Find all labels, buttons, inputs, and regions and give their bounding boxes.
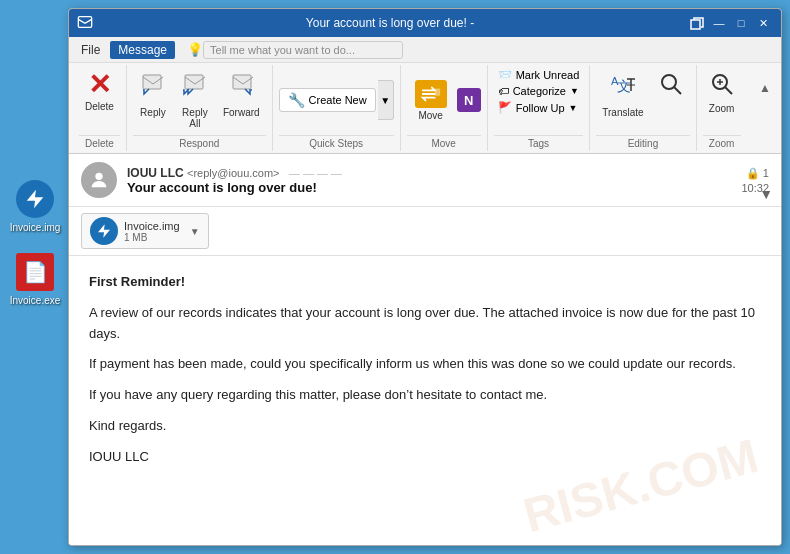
- attachment-dropdown-arrow[interactable]: ▼: [190, 226, 200, 237]
- ribbon-group-delete: ✕ Delete Delete: [73, 65, 127, 151]
- reply-all-icon: [183, 71, 207, 105]
- mark-unread-button[interactable]: 📨 Mark Unread: [494, 67, 584, 82]
- tags-buttons: 📨 Mark Unread 🏷 Categorize ▼ 🚩 Follow Up…: [494, 67, 584, 133]
- zoom-label: Zoom: [709, 103, 735, 114]
- translate-label: Translate: [602, 107, 643, 118]
- outlook-purple-icon[interactable]: N: [457, 88, 481, 112]
- mark-unread-icon: 📨: [498, 68, 512, 81]
- desktop-icon-invoice-img-label: Invoice.img: [10, 222, 61, 233]
- create-new-button[interactable]: 🔧 Create New: [279, 88, 376, 112]
- ribbon-group-editing: A 文 Translate: [590, 65, 696, 151]
- delete-button[interactable]: ✕ Delete: [79, 67, 120, 116]
- email-greeting: First Reminder!: [89, 274, 185, 289]
- email-expand-btn[interactable]: ▼: [759, 186, 773, 202]
- categorize-arrow: ▼: [570, 86, 579, 96]
- lightbulb-icon: 💡: [187, 42, 203, 57]
- zoom-icon: [709, 71, 735, 101]
- desktop-icon-invoice-exe[interactable]: 📄 Invoice.exe: [10, 253, 61, 306]
- follow-up-button[interactable]: 🚩 Follow Up ▼: [494, 100, 582, 115]
- delete-label: Delete: [85, 101, 114, 112]
- sender-name: IOUU LLC: [127, 166, 184, 180]
- title-bar: Your account is long over due! - — □ ✕: [69, 9, 781, 37]
- sender-avatar: [81, 162, 117, 198]
- delete-buttons: ✕ Delete: [79, 67, 120, 133]
- tell-me-placeholder: Tell me what you want to do...: [210, 44, 355, 56]
- menu-message[interactable]: Message: [110, 41, 175, 59]
- delete-x-icon: ✕: [88, 71, 111, 99]
- delete-group-label: Delete: [79, 135, 120, 149]
- reply-button[interactable]: Reply: [133, 67, 173, 122]
- categorize-button[interactable]: 🏷 Categorize ▼: [494, 84, 583, 98]
- attachment-bar: Invoice.img 1 MB ▼: [69, 207, 781, 256]
- watermark: RISK.COM: [515, 418, 767, 545]
- email-company: IOUU LLC: [89, 447, 761, 468]
- email-header: IOUU LLC <reply@iouu.com> — — — — Your a…: [69, 154, 781, 207]
- move-buttons: Move N: [407, 67, 481, 133]
- follow-up-icon: 🚩: [498, 101, 512, 114]
- tell-me-input[interactable]: Tell me what you want to do...: [203, 41, 403, 59]
- quick-steps-buttons: 🔧 Create New ▼: [279, 67, 394, 133]
- lock-icon: 🔒 1: [746, 167, 769, 180]
- reply-icon: [141, 71, 165, 105]
- create-new-label: Create New: [309, 94, 367, 106]
- minimize-button[interactable]: —: [709, 14, 729, 32]
- app-icon: [77, 14, 93, 33]
- ribbon-expand-btn[interactable]: ▲: [759, 81, 771, 95]
- search-icon: [658, 71, 684, 101]
- ribbon-group-tags: 📨 Mark Unread 🏷 Categorize ▼ 🚩 Follow Up…: [488, 65, 591, 151]
- zoom-button[interactable]: Zoom: [703, 67, 741, 118]
- ribbon-group-move: Move N Move: [401, 65, 488, 151]
- svg-rect-4: [233, 75, 251, 89]
- create-new-icon: 🔧: [288, 92, 305, 108]
- editing-group-label: Editing: [596, 135, 689, 149]
- svg-rect-2: [143, 75, 161, 89]
- attachment-size: 1 MB: [124, 232, 180, 243]
- forward-label: Forward: [223, 107, 260, 118]
- quick-steps-label: Quick Steps: [279, 135, 394, 149]
- reply-all-button[interactable]: ReplyAll: [175, 67, 215, 133]
- onenote-icon: N: [464, 93, 473, 108]
- attachment-name: Invoice.img: [124, 220, 180, 232]
- attachment-type-icon: [90, 217, 118, 245]
- editing-buttons: A 文 Translate: [596, 67, 689, 133]
- window-title: Your account is long over due! -: [101, 16, 679, 30]
- svg-rect-3: [185, 75, 203, 89]
- quick-steps-arrow[interactable]: ▼: [378, 80, 394, 120]
- menu-bar: File Message 💡 Tell me what you want to …: [69, 37, 781, 63]
- zoom-buttons: Zoom: [703, 67, 741, 133]
- tags-group-label: Tags: [494, 135, 584, 149]
- email-para2: If payment has been made, could you spec…: [89, 354, 761, 375]
- email-subject: Your account is long over due!: [127, 180, 731, 195]
- window-restore-btn[interactable]: [687, 14, 707, 32]
- window-controls: — □ ✕: [687, 14, 773, 32]
- forward-button[interactable]: Forward: [217, 67, 266, 122]
- svg-point-17: [95, 173, 102, 180]
- email-body: First Reminder! A review of our records …: [69, 256, 781, 545]
- respond-buttons: Reply ReplyAll: [133, 67, 266, 133]
- move-group-label: Move: [407, 135, 481, 149]
- menu-file[interactable]: File: [73, 41, 108, 59]
- email-from: IOUU LLC <reply@iouu.com> — — — —: [127, 166, 731, 180]
- email-area: IOUU LLC <reply@iouu.com> — — — — Your a…: [69, 154, 781, 545]
- move-icon: [415, 80, 447, 108]
- close-button[interactable]: ✕: [753, 14, 773, 32]
- svg-text:文: 文: [617, 78, 631, 94]
- move-button[interactable]: Move: [407, 76, 455, 125]
- svg-line-14: [725, 87, 732, 94]
- ribbon-group-zoom: Zoom Zoom: [697, 65, 747, 151]
- reply-label: Reply: [140, 107, 166, 118]
- svg-rect-5: [434, 88, 440, 95]
- attachment-item[interactable]: Invoice.img 1 MB ▼: [81, 213, 209, 249]
- move-extra-icons: N: [457, 88, 481, 112]
- ribbon: ✕ Delete Delete: [69, 63, 781, 154]
- outlook-window: Your account is long over due! - — □ ✕ F…: [68, 8, 782, 546]
- maximize-button[interactable]: □: [731, 14, 751, 32]
- email-header-info: IOUU LLC <reply@iouu.com> — — — — Your a…: [127, 166, 731, 195]
- translate-button[interactable]: A 文 Translate: [596, 67, 649, 122]
- desktop-icon-invoice-img[interactable]: Invoice.img: [10, 180, 61, 233]
- mark-unread-label: Mark Unread: [516, 69, 580, 81]
- desktop-icon-invoice-exe-label: Invoice.exe: [10, 295, 61, 306]
- zoom-group-label: Zoom: [703, 135, 741, 149]
- search-button[interactable]: [652, 67, 690, 105]
- attachment-details: Invoice.img 1 MB: [124, 220, 180, 243]
